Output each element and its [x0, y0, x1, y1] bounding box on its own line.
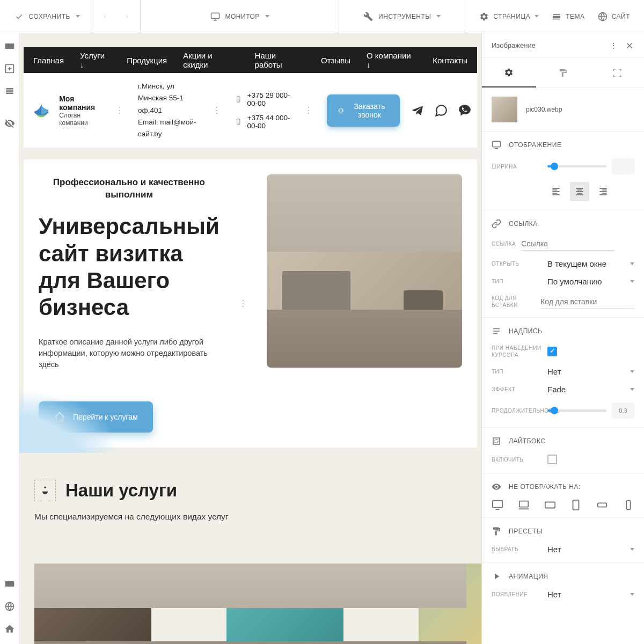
phones: +375 29 000-00-00 +375 44 000-00-00 — [235, 91, 290, 130]
device-phone-v-icon[interactable] — [623, 499, 634, 509]
device-phone-h-icon[interactable] — [596, 499, 608, 509]
tab-fullscreen[interactable] — [590, 58, 644, 87]
device-desktop-icon[interactable] — [492, 499, 503, 509]
hero-image[interactable] — [267, 174, 462, 368]
tab-style[interactable] — [536, 58, 590, 87]
callback-button[interactable]: Заказать звонок — [327, 94, 400, 127]
svg-rect-12 — [5, 581, 14, 587]
drag-handle-icon[interactable]: ⋮ — [301, 105, 316, 115]
nav-item[interactable]: Акции и скидки — [183, 51, 238, 69]
hide-icon[interactable] — [4, 118, 15, 129]
site-label: САЙТ — [612, 13, 630, 20]
whatsapp-icon[interactable] — [434, 104, 448, 118]
properties-panel: Изображение ⋮ pic030.webp ОТОБРАЖЕНИЕ ШИ… — [481, 33, 644, 644]
drag-handle-icon[interactable]: ⋮ — [112, 105, 127, 115]
lightbox-checkbox[interactable] — [547, 455, 557, 464]
nav-item[interactable]: Контакты — [433, 56, 467, 65]
services-subtitle[interactable]: Мы специализируемся на следующих видах у… — [34, 512, 466, 522]
svg-rect-9 — [6, 88, 13, 90]
nav-item[interactable]: О компании ↓ — [367, 51, 416, 69]
tab-settings[interactable] — [482, 58, 536, 87]
file-row[interactable]: pic030.webp — [482, 88, 644, 131]
add-block-icon[interactable] — [4, 63, 15, 74]
type-select[interactable]: По умолчанию — [547, 277, 634, 286]
presets-icon — [492, 526, 501, 536]
site-header: Моя компания Слоган компании ⋮ г.Минск, … — [24, 73, 477, 148]
logo[interactable]: Моя компания Слоган компании — [29, 94, 101, 127]
page-menu[interactable]: СТРАНИЦА — [479, 12, 539, 21]
svg-point-20 — [44, 486, 46, 488]
company-name: Моя компания — [59, 94, 101, 112]
preset-select[interactable]: Нет — [547, 545, 634, 554]
company-slogan: Слоган компании — [59, 112, 101, 127]
duration-slider[interactable] — [547, 409, 606, 412]
save-button[interactable]: СОХРАНИТЬ — [0, 0, 91, 33]
gear-icon — [479, 12, 489, 21]
telegram-icon[interactable] — [411, 104, 425, 118]
caption-icon — [492, 326, 501, 336]
back-icon[interactable] — [102, 12, 108, 21]
viber-icon[interactable] — [458, 104, 472, 118]
display-icon — [492, 140, 501, 150]
width-slider[interactable] — [547, 165, 606, 167]
align-center-button[interactable] — [570, 182, 589, 201]
chevron-down-icon — [265, 15, 269, 18]
svg-rect-17 — [237, 119, 240, 125]
svg-rect-31 — [545, 502, 554, 508]
wrench-icon — [363, 12, 373, 21]
lightbox-icon — [492, 436, 501, 446]
hero-description[interactable]: Краткое описание данной услуги либо друг… — [39, 336, 219, 370]
align-right-button[interactable] — [594, 182, 613, 201]
keyboard-icon[interactable] — [4, 579, 15, 589]
nav-item[interactable]: Отзывы — [321, 56, 350, 65]
drag-handle-icon[interactable]: ⋮ — [209, 105, 224, 115]
hero-subtitle[interactable]: Профессионально и качественно выполним — [39, 177, 219, 201]
device-laptop-icon[interactable] — [518, 499, 530, 509]
card-icon[interactable] — [4, 41, 15, 52]
monitor-icon — [210, 12, 220, 21]
width-input[interactable] — [612, 158, 634, 174]
phone-icon — [235, 117, 242, 127]
appear-select[interactable]: Нет — [547, 590, 634, 599]
nav-item[interactable]: Главная — [33, 56, 64, 65]
service-card[interactable] — [419, 564, 481, 644]
anchor-icon[interactable] — [34, 480, 56, 501]
hero-heading[interactable]: Универсальный сайт визитка для Вашего би… — [39, 213, 219, 321]
tools-menu[interactable]: ИНСТРУМЕНТЫ — [339, 0, 465, 33]
chevron-down-icon — [535, 15, 539, 18]
svg-rect-29 — [519, 501, 529, 507]
forward-icon[interactable] — [124, 12, 130, 21]
nav-item[interactable]: Продукция — [127, 56, 167, 65]
svg-rect-11 — [6, 93, 13, 94]
globe-icon — [598, 12, 608, 21]
eye-icon — [492, 482, 501, 492]
globe-icon[interactable] — [4, 601, 15, 612]
svg-rect-32 — [573, 500, 579, 510]
nav-item[interactable]: Услуги ↓ — [80, 51, 111, 69]
save-label: СОХРАНИТЬ — [29, 13, 70, 20]
pages-icon[interactable] — [4, 86, 15, 97]
effect-select[interactable]: Fade — [547, 385, 634, 394]
home-icon[interactable] — [4, 624, 15, 634]
services-heading[interactable]: Наши услуги — [65, 480, 177, 501]
theme-icon — [552, 12, 561, 21]
link-input[interactable] — [521, 237, 615, 251]
close-icon[interactable] — [625, 41, 634, 50]
nav-item[interactable]: Наши работы — [255, 51, 305, 69]
hover-checkbox[interactable] — [547, 347, 557, 356]
theme-button[interactable]: ТЕМА — [552, 12, 584, 21]
embed-input[interactable] — [540, 295, 634, 309]
device-tablet-v-icon[interactable] — [570, 499, 582, 509]
filename: pic030.webp — [526, 106, 562, 113]
caption-type-select[interactable]: Нет — [547, 367, 634, 376]
viewport-selector[interactable]: МОНИТОР — [141, 0, 339, 33]
open-select[interactable]: В текущем окне — [547, 259, 634, 268]
align-left-button[interactable] — [546, 182, 566, 201]
more-icon[interactable]: ⋮ — [610, 41, 617, 50]
duration-input[interactable]: 0,3 — [612, 402, 634, 419]
lotus-icon — [29, 98, 54, 123]
chevron-down-icon — [630, 280, 634, 283]
drag-handle-icon[interactable]: ⋮ — [236, 298, 251, 309]
site-button[interactable]: САЙТ — [598, 12, 630, 21]
device-tablet-h-icon[interactable] — [544, 499, 556, 509]
